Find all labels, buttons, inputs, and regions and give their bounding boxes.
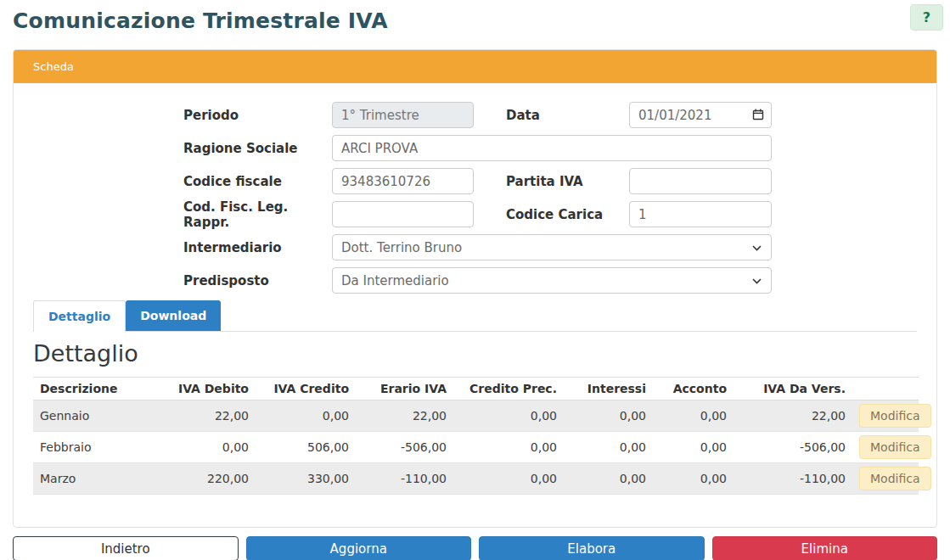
cell-erario-iva: 22,00 [356, 400, 453, 432]
predisposto-select[interactable]: Da Intermediario [332, 267, 772, 294]
form-row-codfiscale-partitaiva: Codice fiscale Partita IVA [183, 168, 917, 194]
cell-iva-debito: 0,00 [160, 432, 256, 463]
aggiorna-button[interactable]: Aggiorna [246, 536, 472, 560]
scheda-panel: Scheda Periodo Data Ragione Sociale [13, 49, 937, 528]
intermediario-select[interactable]: Dott. Terrino Bruno [332, 234, 772, 260]
help-button[interactable]: ? [910, 4, 943, 31]
periodo-input [332, 102, 474, 128]
partita-iva-input[interactable] [629, 168, 772, 194]
intermediario-selected-value: Dott. Terrino Bruno [341, 240, 462, 255]
column-header-actions [852, 378, 919, 400]
form-row-intermediario: Intermediario Dott. Terrino Bruno [183, 234, 917, 260]
detail-section-heading: Dettaglio [33, 340, 917, 367]
modifica-button-gennaio[interactable]: Modifica [859, 404, 931, 428]
form-row-predisposto: Predisposto Da Intermediario [183, 267, 917, 294]
column-header-acconto: Acconto [653, 378, 734, 400]
data-date-input[interactable] [629, 102, 772, 128]
data-date-field[interactable] [629, 102, 772, 128]
cell-descrizione: Febbraio [33, 432, 160, 463]
cell-iva-credito: 0,00 [256, 400, 356, 432]
page-title: Comunicazione Trimestrale IVA [13, 8, 937, 33]
column-header-erario-iva: Erario IVA [356, 378, 453, 400]
cell-iva-credito: 330,00 [256, 463, 356, 495]
cod-fisc-leg-rappr-input[interactable] [332, 201, 474, 227]
chevron-down-icon [752, 245, 762, 251]
codice-fiscale-input[interactable] [332, 168, 474, 194]
column-header-iva-debito: IVA Debito [160, 378, 256, 400]
cell-erario-iva: -506,00 [356, 432, 453, 463]
cell-descrizione: Gennaio [33, 400, 160, 432]
data-label: Data [474, 108, 629, 123]
codice-carica-label: Codice Carica [474, 207, 629, 222]
form-row-ragione-sociale: Ragione Sociale [183, 135, 917, 161]
table-row-gennaio: Gennaio 22,00 0,00 22,00 0,00 0,00 0,00 … [33, 400, 919, 432]
table-row-febbraio: Febbraio 0,00 506,00 -506,00 0,00 0,00 0… [33, 432, 919, 463]
column-header-interessi: Interessi [564, 378, 653, 400]
elimina-button[interactable]: Elimina [712, 536, 938, 560]
footer-actions: Indietro Aggiorna Elabora Elimina [13, 536, 937, 560]
cell-acconto: 0,00 [653, 463, 734, 495]
modifica-button-febbraio[interactable]: Modifica [859, 435, 931, 459]
cod-fisc-leg-rappr-label: Cod. Fisc. Leg. Rappr. [183, 199, 332, 230]
panel-heading: Scheda [14, 50, 936, 83]
cell-erario-iva: -110,00 [356, 463, 453, 495]
ragione-sociale-input[interactable] [332, 135, 772, 161]
top-bar: Comunicazione Trimestrale IVA ? [0, 0, 950, 49]
codice-carica-input[interactable] [629, 201, 772, 227]
chevron-down-icon [752, 278, 762, 284]
column-header-iva-da-vers: IVA Da Vers. [734, 378, 852, 400]
cell-credito-prec: 0,00 [453, 463, 564, 495]
cell-iva-debito: 220,00 [160, 463, 256, 495]
table-row-marzo: Marzo 220,00 330,00 -110,00 0,00 0,00 0,… [33, 463, 919, 495]
cell-acconto: 0,00 [653, 432, 734, 463]
cell-interessi: 0,00 [564, 400, 653, 432]
form-row-codfiscrappr-codicecarica: Cod. Fisc. Leg. Rappr. Codice Carica [183, 201, 917, 227]
detail-table: Descrizione IVA Debito IVA Credito Erari… [33, 377, 919, 495]
cell-iva-credito: 506,00 [256, 432, 356, 463]
predisposto-label: Predisposto [183, 273, 332, 288]
cell-interessi: 0,00 [564, 463, 653, 495]
cell-acconto: 0,00 [653, 400, 734, 432]
tab-dettaglio[interactable]: Dettaglio [33, 300, 126, 332]
cell-iva-da-vers: -506,00 [734, 432, 852, 463]
ragione-sociale-label: Ragione Sociale [183, 141, 332, 156]
elabora-button[interactable]: Elabora [479, 536, 705, 560]
cell-iva-da-vers: -110,00 [734, 463, 852, 495]
detail-tabs: Dettaglio Download [33, 300, 917, 332]
cell-descrizione: Marzo [33, 463, 160, 495]
intermediario-label: Intermediario [183, 240, 332, 255]
cell-interessi: 0,00 [564, 432, 653, 463]
predisposto-selected-value: Da Intermediario [341, 273, 449, 288]
modifica-button-marzo[interactable]: Modifica [859, 467, 931, 490]
partita-iva-label: Partita IVA [474, 174, 629, 189]
tab-download[interactable]: Download [126, 300, 221, 331]
table-header-row: Descrizione IVA Debito IVA Credito Erari… [33, 378, 919, 400]
form-row-periodo-data: Periodo Data [183, 102, 917, 128]
periodo-label: Periodo [183, 108, 332, 123]
indietro-button[interactable]: Indietro [13, 536, 239, 560]
cell-iva-debito: 22,00 [160, 400, 256, 432]
cell-credito-prec: 0,00 [453, 432, 564, 463]
cell-iva-da-vers: 22,00 [734, 400, 852, 432]
panel-body: Periodo Data Ragione Sociale Codice fisc… [14, 83, 936, 527]
column-header-iva-credito: IVA Credito [256, 378, 356, 400]
column-header-credito-prec: Credito Prec. [453, 378, 564, 400]
codice-fiscale-label: Codice fiscale [183, 174, 332, 189]
cell-credito-prec: 0,00 [453, 400, 564, 432]
column-header-descrizione: Descrizione [33, 378, 160, 400]
question-mark-icon: ? [923, 9, 930, 25]
